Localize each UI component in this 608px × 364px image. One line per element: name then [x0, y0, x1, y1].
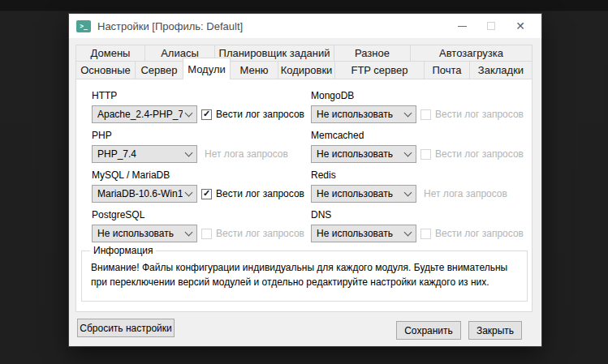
tab-row-1: Домены Алиасы Планировщик заданий Разное…: [75, 45, 533, 62]
checkbox-icon: [420, 109, 431, 120]
mysql-version-select[interactable]: MariaDB-10.6-Win10: [92, 185, 197, 203]
mysql-log-checkbox[interactable]: Вести лог запросов: [201, 188, 304, 199]
modules-column-left: HTTP Apache_2.4-PHP_7.2- Вести лог запро…: [92, 90, 313, 249]
redis-module-field: Redis Не использовать Нет лога запросов: [311, 169, 532, 203]
mysql-label: MySQL / MariaDB: [92, 169, 313, 182]
checkbox-icon: [201, 189, 212, 199]
postgresql-module-field: PostgreSQL Не использовать Вести лог зап…: [92, 209, 313, 242]
chevron-down-icon: [185, 229, 193, 237]
maximize-button[interactable]: [476, 14, 506, 38]
memcached-version-select[interactable]: Не использовать: [311, 145, 416, 163]
tab-ftp-server[interactable]: FTP сервер: [334, 61, 425, 79]
window-controls: ✕: [447, 14, 541, 38]
maximize-icon: [487, 22, 495, 30]
mysql-module-field: MySQL / MariaDB MariaDB-10.6-Win10 Вести…: [92, 169, 313, 203]
mongodb-module-field: MongoDB Не использовать Вести лог запрос…: [311, 90, 532, 123]
dns-version-select[interactable]: Не использовать: [311, 225, 416, 242]
http-module-field: HTTP Apache_2.4-PHP_7.2- Вести лог запро…: [92, 90, 313, 123]
chevron-down-icon: [404, 189, 412, 197]
tab-domains[interactable]: Домены: [75, 45, 145, 62]
http-log-label: Вести лог запросов: [216, 109, 304, 120]
modules-tab-page: HTTP Apache_2.4-PHP_7.2- Вести лог запро…: [75, 79, 533, 312]
checkbox-icon: [201, 229, 212, 239]
tab-bookmarks[interactable]: Закладки: [469, 61, 533, 79]
save-button[interactable]: Сохранить: [396, 321, 461, 340]
tab-row-2: Основные Сервер Модули Меню Кодировки FT…: [75, 61, 533, 79]
postgresql-log-label: Вести лог запросов: [216, 228, 304, 239]
php-no-log-text: Нет лога запросов: [205, 148, 288, 160]
dns-label: DNS: [311, 209, 532, 221]
titlebar: >_ Настройки [Профиль: Default] ✕: [69, 14, 541, 38]
http-label: HTTP: [92, 90, 313, 102]
checkbox-icon: [201, 109, 212, 120]
postgresql-label: PostgreSQL: [92, 209, 313, 221]
mongodb-version-select[interactable]: Не использовать: [311, 105, 416, 123]
chevron-down-icon: [185, 189, 193, 197]
tab-mail[interactable]: Почта: [424, 61, 470, 79]
tab-general[interactable]: Основные: [75, 61, 136, 79]
tab-encodings[interactable]: Кодировки: [278, 61, 335, 79]
php-label: PHP: [92, 130, 313, 142]
chevron-down-icon: [185, 109, 193, 118]
window-title: Настройки [Профиль: Default]: [97, 20, 243, 32]
reset-settings-button[interactable]: Сбросить настройки: [77, 319, 175, 337]
close-dialog-button[interactable]: Закрыть: [468, 321, 522, 340]
dns-log-label: Вести лог запросов: [435, 228, 524, 239]
mongodb-log-checkbox: Вести лог запросов: [420, 109, 524, 120]
memcached-log-checkbox: Вести лог запросов: [420, 148, 524, 160]
settings-window: >_ Настройки [Профиль: Default] ✕ Домены…: [69, 14, 541, 346]
tab-strip: Домены Алиасы Планировщик заданий Разное…: [75, 45, 533, 79]
dns-log-checkbox: Вести лог запросов: [420, 228, 524, 239]
redis-no-log-text: Нет лога запросов: [424, 188, 507, 199]
redis-version-select[interactable]: Не использовать: [311, 185, 416, 203]
memcached-label: Memcached: [311, 130, 532, 142]
http-log-checkbox[interactable]: Вести лог запросов: [201, 109, 304, 120]
chevron-down-icon: [404, 229, 412, 237]
tab-scheduler[interactable]: Планировщик заданий: [214, 45, 334, 62]
modules-column-right: MongoDB Не использовать Вести лог запрос…: [311, 90, 532, 249]
tab-autostart[interactable]: Автозагрузка: [410, 45, 533, 62]
mongodb-label: MongoDB: [311, 90, 532, 102]
redis-label: Redis: [311, 169, 532, 182]
close-button[interactable]: ✕: [506, 14, 535, 38]
tab-misc[interactable]: Разное: [334, 45, 411, 62]
information-legend: Информация: [90, 245, 156, 256]
information-groupbox: Информация Внимание! Файлы конфигурации …: [81, 251, 528, 302]
mysql-log-label: Вести лог запросов: [216, 188, 304, 199]
tab-menu[interactable]: Меню: [230, 61, 278, 79]
tab-modules[interactable]: Модули: [183, 58, 231, 79]
chevron-down-icon: [404, 149, 412, 157]
checkbox-icon: [420, 229, 431, 239]
information-text: Внимание! Файлы конфигурации индивидуаль…: [82, 251, 527, 289]
postgresql-version-select[interactable]: Не использовать: [92, 225, 197, 242]
php-version-select[interactable]: PHP_7.4: [92, 145, 197, 163]
memcached-module-field: Memcached Не использовать Вести лог запр…: [311, 130, 532, 163]
app-terminal-icon: >_: [76, 20, 91, 32]
memcached-log-label: Вести лог запросов: [435, 148, 524, 160]
http-version-select[interactable]: Apache_2.4-PHP_7.2-: [92, 105, 197, 123]
minimize-icon: [458, 26, 467, 27]
postgresql-log-checkbox: Вести лог запросов: [201, 228, 304, 239]
close-icon: ✕: [515, 20, 525, 32]
dns-module-field: DNS Не использовать Вести лог запросов: [311, 209, 532, 242]
chevron-down-icon: [404, 109, 412, 118]
mongodb-log-label: Вести лог запросов: [435, 109, 524, 120]
checkbox-icon: [420, 149, 431, 160]
chevron-down-icon: [185, 149, 193, 157]
minimize-button[interactable]: [447, 14, 476, 38]
tab-server[interactable]: Сервер: [135, 61, 183, 79]
php-module-field: PHP PHP_7.4 Нет лога запросов: [92, 130, 313, 163]
